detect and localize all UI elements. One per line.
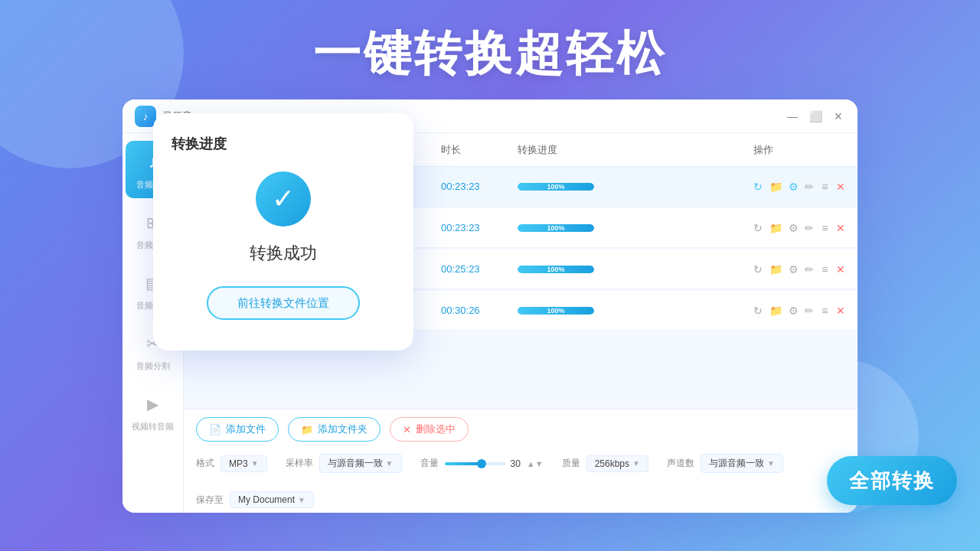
bottom-actions: 📄 添加文件 📁 添加文件夹 ✕ 删除选中 [196,417,845,442]
goto-file-button[interactable]: 前往转换文件位置 [207,286,360,320]
progress-pct-1: 100% [518,183,594,191]
cell-actions-4: ↻ 📁 ⚙ ✏ ≡ ✕ [753,302,845,319]
progress-bar-container-4: 100% [518,307,594,315]
progress-pct-2: 100% [518,224,594,232]
progress-bar-container-3: 100% [518,266,594,273]
settings-icon-2[interactable]: ⚙ [789,220,799,236]
cell-progress-3: 100% [518,266,753,273]
close-button[interactable]: ✕ [831,109,845,123]
sidebar-item-label-video-to-audio: 视频转音频 [132,421,174,432]
cell-actions-2: ↻ 📁 ⚙ ✏ ≡ ✕ [753,220,845,236]
th-duration: 时长 [441,143,518,157]
volume-slider[interactable]: 30 ▲▼ [445,458,544,469]
page-headline: 一键转换超轻松 [0,0,980,86]
app-logo: ♪ [135,106,156,127]
close-icon-4[interactable]: ✕ [836,302,846,319]
refresh-icon-4[interactable]: ↻ [753,302,763,319]
settings-icon-1[interactable]: ⚙ [789,178,799,195]
volume-stepper[interactable]: ▲▼ [527,459,544,468]
bottom-bar: 📄 添加文件 📁 添加文件夹 ✕ 删除选中 格式 [184,409,858,513]
channels-setting: 声道数 与源音频一致 ▼ [667,454,783,473]
minimize-button[interactable]: — [786,109,799,123]
quality-setting: 质量 256kbps ▼ [562,455,648,472]
slider-track [445,462,506,465]
maximize-button[interactable]: ⬜ [808,109,822,123]
success-text: 转换成功 [250,242,317,265]
cell-duration-2: 00:23:23 [441,222,518,233]
format-label: 格式 [196,457,214,470]
slider-fill [445,462,479,465]
delete-selected-button[interactable]: ✕ 删除选中 [390,417,469,442]
cell-progress-4: 100% [518,307,753,315]
success-icon: ✓ [256,171,311,227]
progress-bar-container-1: 100% [518,183,594,191]
volume-value: 30 [511,458,521,469]
add-folder-button[interactable]: 📁 添加文件夹 [288,417,381,442]
add-folder-icon: 📁 [301,424,313,435]
folder-icon-1[interactable]: 📁 [769,178,782,195]
cell-actions-3: ↻ 📁 ⚙ ✏ ≡ ✕ [753,261,845,278]
add-file-icon: 📄 [209,424,221,435]
settings-icon-4[interactable]: ⚙ [789,302,799,319]
cell-actions-1: ↻ 📁 ⚙ ✏ ≡ ✕ [753,178,845,195]
format-dropdown-arrow: ▼ [251,459,259,468]
channels-label: 声道数 [667,457,694,470]
delete-icon: ✕ [403,424,411,435]
quality-label: 质量 [562,457,580,470]
refresh-icon-2[interactable]: ↻ [753,220,763,236]
quality-dropdown-arrow: ▼ [632,459,640,468]
sample-rate-dropdown-arrow: ▼ [386,459,394,468]
settings-icon-3[interactable]: ⚙ [789,261,799,278]
list-icon-3[interactable]: ≡ [820,261,830,278]
save-to-setting: 保存至 My Document ▼ [196,491,314,508]
volume-setting: 音量 30 ▲▼ [420,457,544,470]
channels-dropdown-arrow: ▼ [767,459,775,468]
sidebar-item-video-to-audio[interactable]: ▶ 视频转音频 [126,383,181,440]
settings-row: 格式 MP3 ▼ 采样率 与源音频一致 ▼ 音量 [196,449,845,513]
save-to-dropdown-arrow: ▼ [298,496,305,504]
close-icon-3[interactable]: ✕ [836,261,846,278]
list-icon-2[interactable]: ≡ [820,220,830,236]
cell-progress-2: 100% [518,224,753,232]
th-progress: 转换进度 [518,143,753,157]
list-icon-4[interactable]: ≡ [820,302,830,319]
progress-pct-3: 100% [518,266,594,273]
cell-duration-4: 00:30:26 [441,305,518,316]
channels-dropdown[interactable]: 与源音频一致 ▼ [701,454,783,473]
list-icon-1[interactable]: ≡ [820,178,830,195]
dialog-title: 转换进度 [172,135,227,153]
folder-icon-3[interactable]: 📁 [769,261,782,278]
edit-icon-3[interactable]: ✏ [805,261,815,278]
sidebar-item-label-audio-split: 音频分割 [136,360,170,372]
th-actions: 操作 [753,143,845,157]
cell-duration-1: 00:23:23 [441,181,518,192]
close-icon-1[interactable]: ✕ [836,178,846,195]
save-to-dropdown[interactable]: My Document ▼ [230,491,314,508]
slider-thumb[interactable] [477,459,486,468]
video-to-audio-icon: ▶ [139,390,167,418]
close-icon-2[interactable]: ✕ [836,220,846,236]
convert-all-button[interactable]: 全部转换 [827,456,957,505]
format-dropdown[interactable]: MP3 ▼ [220,455,267,472]
folder-icon-4[interactable]: 📁 [769,302,782,319]
progress-pct-4: 100% [518,307,594,315]
add-file-button[interactable]: 📄 添加文件 [196,417,279,442]
edit-icon-1[interactable]: ✏ [805,178,815,195]
volume-label: 音量 [420,457,439,470]
format-setting: 格式 MP3 ▼ [196,455,267,472]
sample-rate-label: 采样率 [286,457,313,470]
sample-rate-dropdown[interactable]: 与源音频一致 ▼ [319,454,402,473]
sample-rate-setting: 采样率 与源音频一致 ▼ [286,454,402,473]
save-to-label: 保存至 [196,494,224,507]
success-dialog: 转换进度 ✓ 转换成功 前往转换文件位置 [153,113,413,350]
edit-icon-2[interactable]: ✏ [805,220,815,236]
edit-icon-4[interactable]: ✏ [805,302,815,319]
cell-progress-1: 100% [518,183,753,191]
refresh-icon-1[interactable]: ↻ [753,178,763,195]
folder-icon-2[interactable]: 📁 [769,220,782,236]
refresh-icon-3[interactable]: ↻ [753,261,763,278]
cell-duration-3: 00:25:23 [441,263,518,275]
quality-dropdown[interactable]: 256kbps ▼ [586,455,648,472]
title-controls: — ⬜ ✕ [786,109,845,123]
check-icon: ✓ [272,183,295,215]
